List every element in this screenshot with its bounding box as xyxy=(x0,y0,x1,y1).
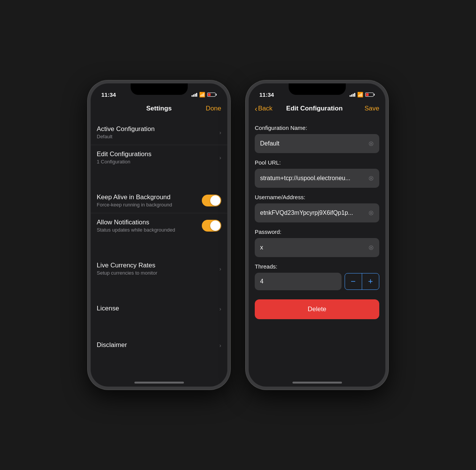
pool-url-input[interactable]: stratum+tcp://uspool.electroneu... ⊗ xyxy=(255,169,379,188)
threads-value: 4 xyxy=(260,278,264,285)
settings-content: Active Configuration Default › Edit Conf… xyxy=(91,117,227,374)
license-title: License xyxy=(97,305,219,312)
screen: 11:34 📶 . Settings xyxy=(91,83,227,387)
edit-config-title: Edit Configuration xyxy=(272,105,356,112)
pool-url-value: stratum+tcp://uspool.electroneu... xyxy=(260,175,350,182)
status-time: 11:34 xyxy=(256,91,274,98)
username-input[interactable]: etnkFVQd23mYpcyrpj9X6ifQp1p... ⊗ xyxy=(255,203,379,222)
battery-icon xyxy=(207,93,217,97)
clear-pool-url-button[interactable]: ⊗ xyxy=(368,174,374,182)
home-bar xyxy=(134,382,184,384)
threads-row: 4 − + xyxy=(255,273,379,290)
edit-configs-subtitle: 1 Configuration xyxy=(97,159,219,165)
active-config-content: Active Configuration Default xyxy=(97,125,219,139)
threads-input[interactable]: 4 xyxy=(255,273,342,290)
chevron-right-icon: › xyxy=(219,342,221,349)
notch xyxy=(131,83,188,95)
chevron-right-icon: › xyxy=(219,305,221,312)
home-indicator xyxy=(91,374,227,387)
section-toggles: Keep Alive in Background Force-keep runn… xyxy=(91,188,227,238)
edit-configurations-item[interactable]: Edit Configurations 1 Configuration › xyxy=(91,145,227,170)
wifi-icon: 📶 xyxy=(357,92,363,98)
back-label: Back xyxy=(258,105,273,112)
battery-icon xyxy=(365,93,375,97)
active-configuration-item[interactable]: Active Configuration Default › xyxy=(91,120,227,145)
edit-configs-content: Edit Configurations 1 Configuration xyxy=(97,150,219,165)
allow-notifications-toggle[interactable] xyxy=(202,220,221,232)
live-currency-subtitle: Setup currencies to monitor xyxy=(97,270,219,276)
clear-config-name-button[interactable]: ⊗ xyxy=(368,139,374,148)
active-config-subtitle: Default xyxy=(97,134,219,139)
nav-bar: ‹ Back Edit Configuration Save xyxy=(249,100,385,117)
decrement-button[interactable]: − xyxy=(345,273,362,289)
config-name-input[interactable]: Default ⊗ xyxy=(255,134,379,153)
toggle-knob xyxy=(210,195,220,206)
signal-icon xyxy=(350,92,355,97)
live-currency-item[interactable]: Live Currency Rates Setup currencies to … xyxy=(91,256,227,281)
license-content: License xyxy=(97,305,219,312)
keep-alive-toggle[interactable] xyxy=(202,195,221,206)
chevron-right-icon: › xyxy=(219,265,221,272)
status-icons: 📶 xyxy=(192,92,220,98)
home-bar xyxy=(292,382,342,384)
section-disclaimer: Disclaimer › xyxy=(91,336,227,354)
section-divider xyxy=(91,179,227,188)
section-license: License › xyxy=(91,299,227,318)
clear-password-button[interactable]: ⊗ xyxy=(368,243,374,252)
chevron-right-icon: › xyxy=(219,154,221,161)
toggle-knob xyxy=(210,221,220,231)
chevron-left-icon: ‹ xyxy=(255,105,257,112)
disclaimer-content: Disclaimer xyxy=(97,341,219,349)
live-currency-content: Live Currency Rates Setup currencies to … xyxy=(97,262,219,276)
wifi-icon: 📶 xyxy=(199,92,205,98)
phone-edit-config: 11:34 📶 ‹ Ba xyxy=(246,80,388,390)
threads-label: Threads: xyxy=(255,263,379,270)
delete-button[interactable]: Delete xyxy=(255,299,379,319)
allow-notif-title: Allow Notifications xyxy=(97,219,202,226)
username-value: etnkFVQd23mYpcyrpj9X6ifQp1p... xyxy=(260,209,353,216)
username-label: Username/Address: xyxy=(255,194,379,200)
chevron-right-icon: › xyxy=(219,129,221,136)
edit-configs-title: Edit Configurations xyxy=(97,150,219,158)
config-name-label: Configuration Name: xyxy=(255,125,379,131)
keep-alive-content: Keep Alive in Background Force-keep runn… xyxy=(97,193,202,208)
password-input[interactable]: x ⊗ xyxy=(255,238,379,257)
threads-stepper: − + xyxy=(345,273,380,290)
back-button[interactable]: ‹ Back xyxy=(255,105,272,112)
pool-url-label: Pool URL: xyxy=(255,159,379,166)
status-icons: 📶 xyxy=(350,92,378,98)
section-divider xyxy=(91,290,227,299)
save-button[interactable]: Save xyxy=(356,105,379,112)
keep-alive-item: Keep Alive in Background Force-keep runn… xyxy=(91,188,227,213)
section-currency: Live Currency Rates Setup currencies to … xyxy=(91,256,227,281)
active-config-title: Active Configuration xyxy=(97,125,219,133)
disclaimer-title: Disclaimer xyxy=(97,341,219,349)
signal-icon xyxy=(192,92,197,97)
notch xyxy=(289,83,346,95)
section-divider xyxy=(91,247,227,256)
allow-notifications-item: Allow Notifications Status updates while… xyxy=(91,213,227,238)
disclaimer-item[interactable]: Disclaimer › xyxy=(91,336,227,354)
screen: 11:34 📶 ‹ Ba xyxy=(249,83,385,387)
status-time: 11:34 xyxy=(98,91,116,98)
home-indicator xyxy=(249,374,385,387)
allow-notif-content: Allow Notifications Status updates while… xyxy=(97,219,202,233)
allow-notif-subtitle: Status updates while backgrounded xyxy=(97,227,202,233)
keep-alive-subtitle: Force-keep running in background xyxy=(97,202,202,208)
keep-alive-title: Keep Alive in Background xyxy=(97,193,202,201)
section-configs: Active Configuration Default › Edit Conf… xyxy=(91,120,227,170)
config-name-value: Default xyxy=(260,140,280,147)
phone-settings: 11:34 📶 . Settings xyxy=(88,80,230,390)
section-divider xyxy=(91,327,227,336)
password-label: Password: xyxy=(255,229,379,235)
license-item[interactable]: License › xyxy=(91,299,227,318)
nav-bar: . Settings Done xyxy=(91,100,227,117)
password-value: x xyxy=(260,244,263,251)
live-currency-title: Live Currency Rates xyxy=(97,262,219,269)
increment-button[interactable]: + xyxy=(362,273,379,289)
clear-username-button[interactable]: ⊗ xyxy=(368,209,374,217)
settings-title: Settings xyxy=(120,105,198,112)
done-button[interactable]: Done xyxy=(198,105,221,112)
form-content: Configuration Name: Default ⊗ Pool URL: … xyxy=(249,117,385,374)
